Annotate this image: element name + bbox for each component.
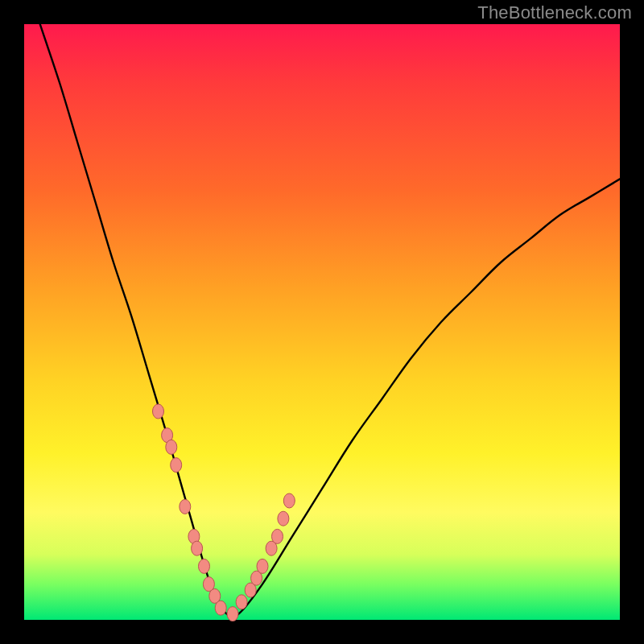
highlight-dot xyxy=(192,541,203,555)
highlight-dots xyxy=(153,404,295,621)
highlight-dot xyxy=(153,404,164,419)
highlight-dot xyxy=(180,499,191,514)
chart-frame: TheBottleneck.com xyxy=(0,0,644,644)
highlight-dot xyxy=(283,493,295,508)
highlight-dot xyxy=(166,440,177,454)
highlight-dot xyxy=(272,529,283,543)
highlight-dot xyxy=(215,601,226,615)
highlight-dot xyxy=(278,511,289,526)
chart-svg xyxy=(24,24,620,620)
highlight-dot xyxy=(171,458,182,473)
highlight-dot xyxy=(257,559,268,573)
highlight-dot xyxy=(199,559,210,573)
highlight-dot xyxy=(227,607,238,621)
watermark-text: TheBottleneck.com xyxy=(477,2,632,23)
highlight-dot xyxy=(236,595,247,609)
bottleneck-curve xyxy=(24,0,620,617)
